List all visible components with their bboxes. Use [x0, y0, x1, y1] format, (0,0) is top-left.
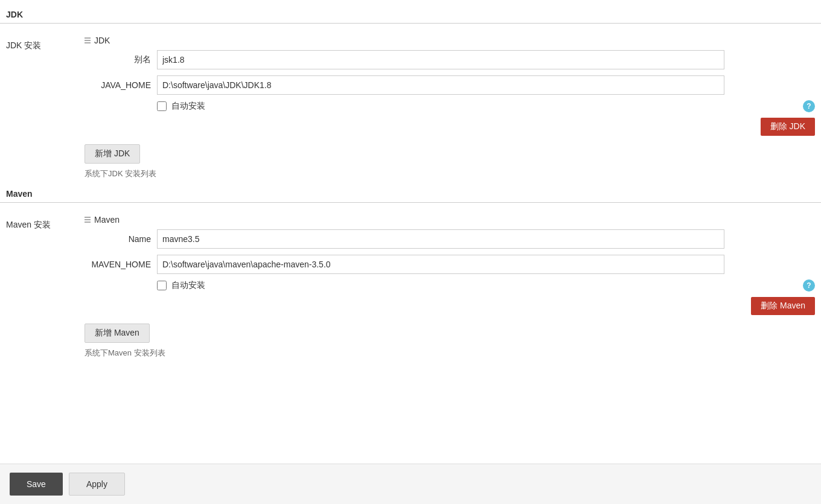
maven-add-button[interactable]: 新增 Maven	[85, 324, 150, 343]
jdk-content: JDK 别名 JAVA_HOME 自动安装 ?	[85, 36, 815, 179]
bottom-bar: Save Apply	[0, 464, 821, 504]
maven-help-icon[interactable]: ?	[803, 279, 815, 292]
jdk-add-button[interactable]: 新增 JDK	[85, 144, 140, 164]
maven-install-note: 系统下Maven 安装列表	[85, 348, 815, 359]
maven-name-row: Name	[85, 229, 815, 249]
jdk-auto-install-row: 自动安装 ?	[157, 101, 815, 112]
jdk-java-home-label: JAVA_HOME	[85, 80, 157, 90]
maven-add-section: 新增 Maven 系统下Maven 安装列表	[85, 324, 815, 359]
maven-form-section: Maven 安装 Maven Name MAVEN_HOME	[0, 209, 821, 365]
save-button[interactable]: Save	[10, 473, 63, 496]
maven-content: Maven Name MAVEN_HOME 自动安装 ?	[85, 215, 815, 359]
maven-delete-button[interactable]: 删除 Maven	[751, 297, 815, 315]
jdk-install-title: JDK	[85, 36, 815, 45]
maven-install-title: Maven	[85, 215, 815, 225]
maven-auto-install-row: 自动安装 ?	[157, 280, 815, 291]
jdk-alias-row: 别名	[85, 50, 815, 69]
jdk-auto-install-label: 自动安装	[171, 101, 205, 112]
jdk-java-home-input[interactable]	[157, 75, 724, 95]
maven-auto-install-checkbox[interactable]	[157, 281, 167, 290]
jdk-add-section: 新增 JDK 系统下JDK 安装列表	[85, 144, 815, 179]
jdk-alias-input[interactable]	[157, 50, 724, 69]
jdk-auto-install-checkbox[interactable]	[157, 101, 167, 111]
jdk-java-home-row: JAVA_HOME	[85, 75, 815, 95]
apply-button[interactable]: Apply	[69, 473, 125, 496]
jdk-help-icon[interactable]: ?	[803, 100, 815, 112]
maven-name-label: Name	[85, 234, 157, 244]
maven-delete-btn-row: 删除 Maven	[85, 297, 815, 315]
maven-section-label: Maven 安装	[6, 215, 85, 359]
jdk-delete-button[interactable]: 删除 JDK	[761, 118, 815, 136]
maven-section-header: Maven	[0, 185, 821, 203]
maven-name-input[interactable]	[157, 229, 724, 249]
maven-drag-handle	[85, 217, 91, 223]
jdk-drag-handle	[85, 37, 91, 43]
jdk-form-section: JDK 安装 JDK 别名 JAVA_HOME	[0, 30, 821, 185]
maven-auto-install-label: 自动安装	[171, 280, 205, 291]
jdk-install-note: 系统下JDK 安装列表	[85, 168, 815, 179]
maven-home-input[interactable]	[157, 255, 724, 274]
jdk-section-label: JDK 安装	[6, 36, 85, 179]
jdk-delete-btn-row: 删除 JDK	[85, 118, 815, 136]
maven-home-label: MAVEN_HOME	[85, 260, 157, 269]
jdk-alias-label: 别名	[85, 54, 157, 65]
maven-home-row: MAVEN_HOME	[85, 255, 815, 274]
jdk-section-header: JDK	[0, 6, 821, 24]
